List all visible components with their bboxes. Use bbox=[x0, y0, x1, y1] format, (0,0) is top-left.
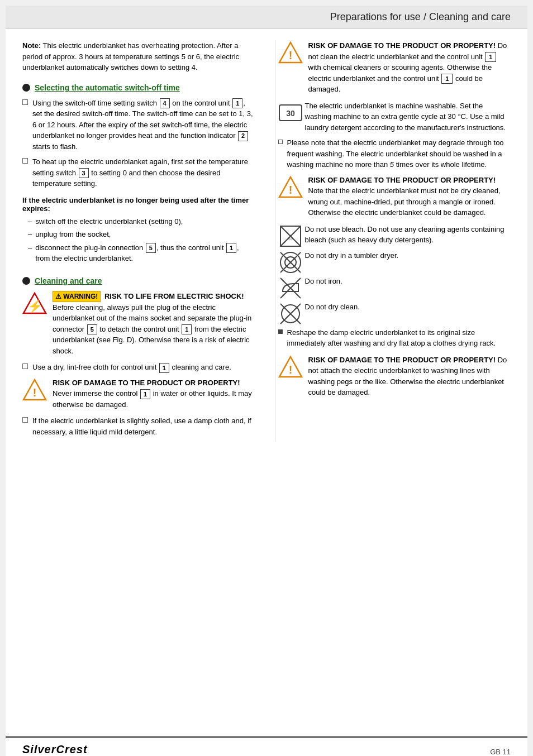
no-iron-icon bbox=[278, 276, 299, 297]
item2-text: To heat up the electric underblanket aga… bbox=[32, 156, 255, 189]
svg-text:!: ! bbox=[288, 184, 292, 196]
no-tumble-icon bbox=[278, 250, 299, 271]
section2-bullet bbox=[22, 277, 30, 285]
degrade-text: Please note that the electric underblank… bbox=[287, 137, 511, 170]
warning-immerse: ! RISK OF DAMAGE TO THE PRODUCT OR PROPE… bbox=[22, 377, 255, 410]
note-block: Note: This electric underblanket has ove… bbox=[22, 40, 255, 73]
warning-dryclean: ! RISK OF DAMAGE TO THE PRODUCT OR PROPE… bbox=[278, 175, 511, 218]
electric-title: RISK TO LIFE FROM ELECTRIC SHOCK! bbox=[104, 292, 244, 300]
note-label: Note: bbox=[22, 41, 41, 50]
wash-30-icon: 30 bbox=[278, 101, 299, 122]
box-1f: 1 bbox=[485, 52, 496, 62]
box-1a: 1 bbox=[232, 98, 242, 108]
brand-logo: SilverCrest bbox=[22, 743, 88, 756]
soiled-item: If the electric underblanket is slightly… bbox=[22, 415, 255, 437]
box-3: 3 bbox=[79, 168, 89, 178]
box-1e: 1 bbox=[140, 389, 150, 399]
warning-dryclean-text: RISK OF DAMAGE TO THE PRODUCT OR PROPERT… bbox=[308, 175, 511, 218]
svg-text:!: ! bbox=[288, 363, 292, 376]
no-dryclean-text: Do not dry clean. bbox=[305, 302, 360, 313]
dash-text-3: disconnect the plug-in connection 5, thu… bbox=[35, 242, 255, 264]
no-bleach-item: △ Do not use bleach. Do not use any clea… bbox=[278, 224, 511, 246]
reshape-bullet bbox=[278, 329, 283, 334]
box-1d: 1 bbox=[159, 363, 169, 373]
no-bleach-text: Do not use bleach. Do not use any cleani… bbox=[305, 224, 511, 246]
risk-chemical-title: RISK OF DAMAGE TO THE PRODUCT OR PROPERT… bbox=[308, 41, 496, 50]
page: Preparations for use / Cleaning and care… bbox=[6, 6, 527, 756]
no-iron-item: Do not iron. bbox=[278, 276, 511, 297]
svg-text:30: 30 bbox=[286, 109, 295, 118]
box-2: 2 bbox=[238, 131, 248, 141]
box-4: 4 bbox=[160, 98, 170, 108]
svg-text:!: ! bbox=[288, 49, 292, 61]
header-title: Preparations for use / Cleaning and care bbox=[330, 11, 511, 22]
soiled-text: If the electric underblanket is slightly… bbox=[32, 415, 255, 437]
box-1b: 1 bbox=[226, 243, 236, 253]
reshape-item: Reshape the damp electric underblanket t… bbox=[278, 327, 511, 349]
dash-item-3: – disconnect the plug-in connection 5, t… bbox=[22, 242, 255, 264]
warning-dryclean-icon-area: ! bbox=[278, 175, 303, 201]
main-content: Note: This electric underblanket has ove… bbox=[6, 29, 527, 453]
box-1g: 1 bbox=[441, 74, 453, 84]
svg-text:!: ! bbox=[33, 386, 37, 399]
dry-cloth-text: Use a dry, lint-free cloth for control u… bbox=[32, 362, 231, 373]
right-column: ! RISK OF DAMAGE TO THE PRODUCT OR PROPE… bbox=[275, 40, 511, 442]
section1-item1: Using the switch-off time setting switch… bbox=[22, 98, 255, 152]
warning-chemical-text: RISK OF DAMAGE TO THE PRODUCT OR PROPERT… bbox=[308, 40, 511, 95]
warning-triangle-electric-icon: ⚡ bbox=[22, 291, 47, 315]
risk-title-immerse: RISK OF DAMAGE TO THE PRODUCT OR PROPERT… bbox=[53, 379, 240, 387]
warning-washinglines-icon-area: ! bbox=[278, 355, 303, 381]
box-5a: 5 bbox=[146, 243, 156, 253]
soiled-bullet bbox=[22, 417, 28, 423]
reshape-text: Reshape the damp electric underblanket t… bbox=[287, 327, 511, 349]
warning-electric-text: ⚠ WARNING! RISK TO LIFE FROM ELECTRIC SH… bbox=[53, 291, 255, 357]
page-header: Preparations for use / Cleaning and care bbox=[6, 6, 527, 29]
no-tumble-item: Do not dry in a tumbler dryer. bbox=[278, 250, 511, 271]
warning-immerse-text: RISK OF DAMAGE TO THE PRODUCT OR PROPERT… bbox=[53, 377, 255, 410]
dash-text-1: switch off the electric underblanket (se… bbox=[35, 216, 183, 227]
no-dryclean-symbol-icon bbox=[278, 302, 299, 323]
svg-text:△: △ bbox=[288, 233, 293, 240]
section1-bullet bbox=[22, 84, 30, 92]
page-footer: SilverCrest GB 11 bbox=[6, 736, 527, 756]
dry-cloth-bullet bbox=[22, 363, 28, 369]
item1-bullet bbox=[22, 99, 28, 105]
section1-header: Selecting the automatic switch-off time bbox=[22, 83, 255, 92]
section1-title: Selecting the automatic switch-off time bbox=[35, 83, 180, 92]
section1-item2: To heat up the electric underblanket aga… bbox=[22, 156, 255, 189]
warning-electric-shock: ⚡ ⚠ WARNING! RISK TO LIFE FROM ELECTRIC … bbox=[22, 291, 255, 357]
section2-header: Cleaning and care bbox=[22, 276, 255, 285]
box-1c: 1 bbox=[182, 324, 192, 334]
section2-title: Cleaning and care bbox=[35, 276, 102, 285]
no-bleach-icon: △ bbox=[278, 224, 299, 245]
item2-bullet bbox=[22, 158, 28, 164]
dash-text-2: unplug from the socket, bbox=[35, 229, 111, 240]
page-number: GB 11 bbox=[490, 748, 511, 756]
note-text: This electric underblanket has overheati… bbox=[22, 41, 239, 71]
warning-triangle-damage-icon: ! bbox=[22, 377, 47, 402]
warning-washinglines-text: RISK OF DAMAGE TO THE PRODUCT OR PROPERT… bbox=[308, 355, 511, 398]
dash-item-1: – switch off the electric underblanket (… bbox=[22, 216, 255, 227]
degrade-item: Please note that the electric underblank… bbox=[278, 137, 511, 170]
warning-label: ⚠ WARNING! bbox=[53, 291, 101, 302]
box-5b: 5 bbox=[87, 324, 97, 334]
dash-item-2: – unplug from the socket, bbox=[22, 229, 255, 240]
no-iron-text: Do not iron. bbox=[305, 276, 342, 287]
left-column: Note: This electric underblanket has ove… bbox=[22, 40, 264, 442]
svg-text:⚡: ⚡ bbox=[27, 299, 43, 314]
wash-text: The electric underblanket is machine was… bbox=[305, 101, 511, 133]
dry-cloth-item: Use a dry, lint-free cloth for control u… bbox=[22, 362, 255, 373]
wash-item: 30 The electric underblanket is machine … bbox=[278, 101, 511, 133]
warning-chemical: ! RISK OF DAMAGE TO THE PRODUCT OR PROPE… bbox=[278, 40, 511, 95]
risk-washinglines-title: RISK OF DAMAGE TO THE PRODUCT OR PROPERT… bbox=[308, 356, 496, 364]
item1-text: Using the switch-off time setting switch… bbox=[32, 98, 255, 152]
no-dryclean-symbol-item: Do not dry clean. bbox=[278, 302, 511, 323]
no-tumble-text: Do not dry in a tumbler dryer. bbox=[305, 250, 399, 261]
warning-washinglines: ! RISK OF DAMAGE TO THE PRODUCT OR PROPE… bbox=[278, 355, 511, 398]
degrade-bullet bbox=[278, 140, 283, 144]
timer-subheader: If the electric underblanket is no longe… bbox=[22, 196, 255, 213]
risk-dryclean-title: RISK OF DAMAGE TO THE PRODUCT OR PROPERT… bbox=[308, 176, 496, 184]
warning-chemical-icon-area: ! bbox=[278, 40, 303, 66]
